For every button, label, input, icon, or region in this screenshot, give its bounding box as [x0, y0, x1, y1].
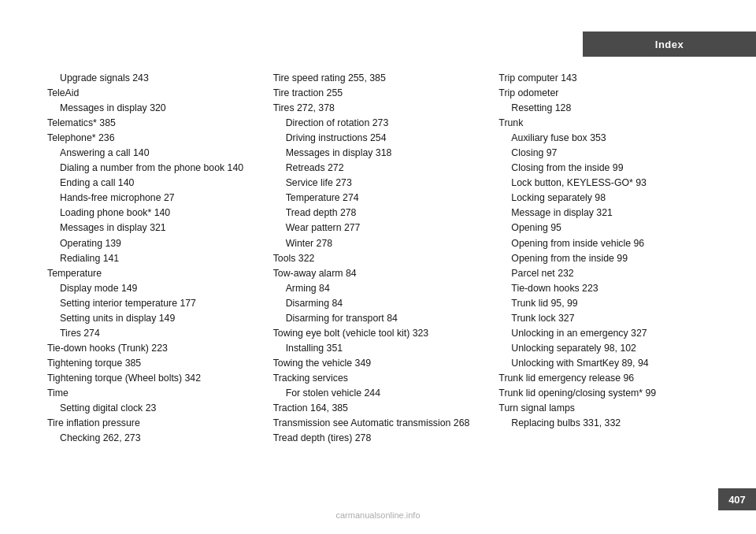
list-item: Tire inflation pressure	[47, 416, 258, 431]
list-item: Service life 273	[273, 176, 484, 191]
list-item: Ending a call 140	[47, 176, 258, 191]
list-item: Tie-down hooks 223	[498, 281, 709, 296]
list-item: Setting digital clock 23	[47, 401, 258, 416]
list-item: Tread depth 278	[273, 206, 484, 221]
list-item: Telephone* 236	[47, 131, 258, 146]
list-item: For stolen vehicle 244	[273, 386, 484, 401]
list-item: Time	[47, 386, 258, 401]
list-item: Unlocking in an emergency 327	[498, 326, 709, 341]
list-item: Opening 95	[498, 221, 709, 235]
list-item: Tightening torque (Wheel bolts) 342	[47, 371, 258, 386]
list-item: Trunk lid emergency release 96	[498, 371, 709, 386]
list-item: Transmission see Automatic transmission …	[273, 416, 484, 431]
list-item: Operating 139	[47, 236, 258, 251]
list-item: Message in display 321	[498, 206, 709, 221]
list-item: Temperature 274	[273, 191, 484, 206]
list-item: Trunk	[498, 116, 709, 131]
list-item: Messages in display 318	[273, 146, 484, 161]
list-item: Replacing bulbs 331, 332	[498, 416, 709, 431]
list-item: Locking separately 98	[498, 191, 709, 206]
list-item: Tools 322	[273, 251, 484, 266]
list-item: Loading phone book* 140	[47, 206, 258, 221]
list-item: Trunk lid opening/closing system* 99	[498, 386, 709, 401]
list-item: Tow-away alarm 84	[273, 266, 484, 281]
list-item: Closing 97	[498, 146, 709, 161]
header-title: Index	[655, 39, 684, 50]
list-item: Tracking services	[273, 371, 484, 386]
list-item: Tires 274	[47, 326, 258, 341]
list-item: Winter 278	[273, 236, 484, 251]
list-item: Messages in display 320	[47, 101, 258, 116]
column-2: Tire speed rating 255, 385Tire traction …	[273, 71, 499, 487]
list-item: Wear pattern 277	[273, 221, 484, 235]
list-item: Display mode 149	[47, 281, 258, 296]
list-item: Dialing a number from the phone book 140	[47, 161, 258, 176]
list-item: Trip odometer	[498, 86, 709, 101]
page-container: Index Upgrade signals 243TeleAidMessages…	[0, 0, 756, 534]
list-item: Retreads 272	[273, 161, 484, 176]
list-item: Tire speed rating 255, 385	[273, 71, 484, 86]
list-item: Parcel net 232	[498, 266, 709, 281]
list-item: Checking 262, 273	[47, 431, 258, 446]
list-item: Driving instructions 254	[273, 131, 484, 146]
list-item: Trip computer 143	[498, 71, 709, 86]
list-item: Redialing 141	[47, 251, 258, 266]
list-item: Opening from the inside 99	[498, 251, 709, 266]
list-item: Tires 272, 378	[273, 101, 484, 116]
list-item: Telematics* 385	[47, 116, 258, 131]
list-item: Temperature	[47, 266, 258, 281]
list-item: Tread depth (tires) 278	[273, 431, 484, 446]
list-item: Trunk lid 95, 99	[498, 296, 709, 311]
list-item: Upgrade signals 243	[47, 71, 258, 86]
list-item: Setting interior temperature 177	[47, 296, 258, 311]
list-item: Traction 164, 385	[273, 401, 484, 416]
list-item: Setting units in display 149	[47, 311, 258, 326]
list-item: Towing eye bolt (vehicle tool kit) 323	[273, 326, 484, 341]
list-item: Tie-down hooks (Trunk) 223	[47, 341, 258, 356]
column-3: Trip computer 143Trip odometerResetting …	[498, 71, 709, 487]
list-item: Answering a call 140	[47, 146, 258, 161]
list-item: Unlocking with SmartKey 89, 94	[498, 356, 709, 371]
page-number-box: 407	[718, 488, 756, 510]
list-item: Turn signal lamps	[498, 401, 709, 416]
list-item: Tire traction 255	[273, 86, 484, 101]
column-1: Upgrade signals 243TeleAidMessages in di…	[47, 71, 273, 487]
list-item: Installing 351	[273, 341, 484, 356]
list-item: Direction of rotation 273	[273, 116, 484, 131]
list-item: TeleAid	[47, 86, 258, 101]
list-item: Auxiliary fuse box 353	[498, 131, 709, 146]
list-item: Closing from the inside 99	[498, 161, 709, 176]
list-item: Opening from inside vehicle 96	[498, 236, 709, 251]
list-item: Tightening torque 385	[47, 356, 258, 371]
header-bar: Index	[583, 32, 756, 57]
page-number: 407	[728, 494, 746, 506]
watermark: carmanualsonline.info	[335, 510, 420, 520]
list-item: Resetting 128	[498, 101, 709, 116]
list-item: Trunk lock 327	[498, 311, 709, 326]
list-item: Towing the vehicle 349	[273, 356, 484, 371]
list-item: Lock button, KEYLESS-GO* 93	[498, 176, 709, 191]
list-item: Messages in display 321	[47, 221, 258, 235]
list-item: Hands-free microphone 27	[47, 191, 258, 206]
list-item: Unlocking separately 98, 102	[498, 341, 709, 356]
list-item: Disarming 84	[273, 296, 484, 311]
list-item: Disarming for transport 84	[273, 311, 484, 326]
content-area: Upgrade signals 243TeleAidMessages in di…	[47, 71, 709, 487]
list-item: Arming 84	[273, 281, 484, 296]
